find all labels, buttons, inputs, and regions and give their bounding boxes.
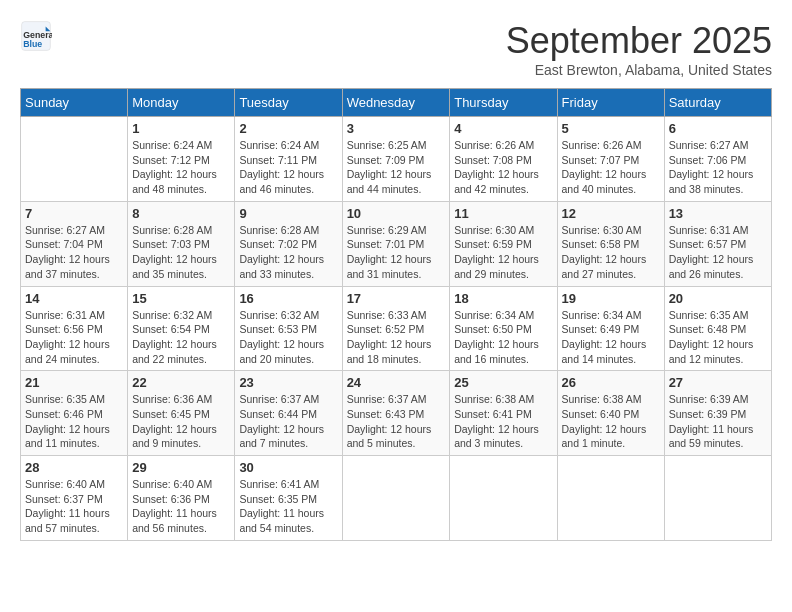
logo: General Blue xyxy=(20,20,52,52)
day-info: Sunrise: 6:38 AMSunset: 6:41 PMDaylight:… xyxy=(454,392,552,451)
week-row-4: 21 Sunrise: 6:35 AMSunset: 6:46 PMDaylig… xyxy=(21,371,772,456)
day-number: 26 xyxy=(562,375,660,390)
day-number: 11 xyxy=(454,206,552,221)
day-number: 20 xyxy=(669,291,767,306)
week-row-1: 1 Sunrise: 6:24 AMSunset: 7:12 PMDayligh… xyxy=(21,117,772,202)
calendar-table: Sunday Monday Tuesday Wednesday Thursday… xyxy=(20,88,772,541)
day-cell-2-6: 20 Sunrise: 6:35 AMSunset: 6:48 PMDaylig… xyxy=(664,286,771,371)
svg-text:Blue: Blue xyxy=(23,39,42,49)
col-tuesday: Tuesday xyxy=(235,89,342,117)
day-number: 5 xyxy=(562,121,660,136)
day-info: Sunrise: 6:32 AMSunset: 6:53 PMDaylight:… xyxy=(239,308,337,367)
day-number: 19 xyxy=(562,291,660,306)
day-number: 8 xyxy=(132,206,230,221)
day-info: Sunrise: 6:31 AMSunset: 6:56 PMDaylight:… xyxy=(25,308,123,367)
day-cell-0-0 xyxy=(21,117,128,202)
day-number: 27 xyxy=(669,375,767,390)
day-cell-2-3: 17 Sunrise: 6:33 AMSunset: 6:52 PMDaylig… xyxy=(342,286,450,371)
day-info: Sunrise: 6:30 AMSunset: 6:58 PMDaylight:… xyxy=(562,223,660,282)
day-number: 13 xyxy=(669,206,767,221)
col-monday: Monday xyxy=(128,89,235,117)
day-cell-4-5 xyxy=(557,456,664,541)
calendar-header-row: Sunday Monday Tuesday Wednesday Thursday… xyxy=(21,89,772,117)
day-cell-0-1: 1 Sunrise: 6:24 AMSunset: 7:12 PMDayligh… xyxy=(128,117,235,202)
col-friday: Friday xyxy=(557,89,664,117)
day-cell-0-4: 4 Sunrise: 6:26 AMSunset: 7:08 PMDayligh… xyxy=(450,117,557,202)
day-info: Sunrise: 6:35 AMSunset: 6:48 PMDaylight:… xyxy=(669,308,767,367)
day-info: Sunrise: 6:29 AMSunset: 7:01 PMDaylight:… xyxy=(347,223,446,282)
day-info: Sunrise: 6:24 AMSunset: 7:12 PMDaylight:… xyxy=(132,138,230,197)
day-cell-1-6: 13 Sunrise: 6:31 AMSunset: 6:57 PMDaylig… xyxy=(664,201,771,286)
day-number: 1 xyxy=(132,121,230,136)
day-cell-4-1: 29 Sunrise: 6:40 AMSunset: 6:36 PMDaylig… xyxy=(128,456,235,541)
day-info: Sunrise: 6:41 AMSunset: 6:35 PMDaylight:… xyxy=(239,477,337,536)
day-info: Sunrise: 6:38 AMSunset: 6:40 PMDaylight:… xyxy=(562,392,660,451)
week-row-5: 28 Sunrise: 6:40 AMSunset: 6:37 PMDaylig… xyxy=(21,456,772,541)
day-number: 24 xyxy=(347,375,446,390)
day-info: Sunrise: 6:40 AMSunset: 6:36 PMDaylight:… xyxy=(132,477,230,536)
page-header: General Blue September 2025 East Brewton… xyxy=(20,20,772,78)
logo-icon: General Blue xyxy=(20,20,52,52)
day-info: Sunrise: 6:25 AMSunset: 7:09 PMDaylight:… xyxy=(347,138,446,197)
day-info: Sunrise: 6:40 AMSunset: 6:37 PMDaylight:… xyxy=(25,477,123,536)
day-number: 18 xyxy=(454,291,552,306)
day-cell-2-5: 19 Sunrise: 6:34 AMSunset: 6:49 PMDaylig… xyxy=(557,286,664,371)
day-info: Sunrise: 6:36 AMSunset: 6:45 PMDaylight:… xyxy=(132,392,230,451)
day-cell-3-1: 22 Sunrise: 6:36 AMSunset: 6:45 PMDaylig… xyxy=(128,371,235,456)
day-number: 14 xyxy=(25,291,123,306)
day-number: 29 xyxy=(132,460,230,475)
day-cell-3-2: 23 Sunrise: 6:37 AMSunset: 6:44 PMDaylig… xyxy=(235,371,342,456)
title-block: September 2025 East Brewton, Alabama, Un… xyxy=(506,20,772,78)
day-number: 21 xyxy=(25,375,123,390)
day-info: Sunrise: 6:34 AMSunset: 6:50 PMDaylight:… xyxy=(454,308,552,367)
day-number: 7 xyxy=(25,206,123,221)
day-number: 3 xyxy=(347,121,446,136)
col-thursday: Thursday xyxy=(450,89,557,117)
day-info: Sunrise: 6:39 AMSunset: 6:39 PMDaylight:… xyxy=(669,392,767,451)
day-info: Sunrise: 6:35 AMSunset: 6:46 PMDaylight:… xyxy=(25,392,123,451)
day-info: Sunrise: 6:37 AMSunset: 6:44 PMDaylight:… xyxy=(239,392,337,451)
day-cell-1-3: 10 Sunrise: 6:29 AMSunset: 7:01 PMDaylig… xyxy=(342,201,450,286)
day-number: 2 xyxy=(239,121,337,136)
day-cell-1-5: 12 Sunrise: 6:30 AMSunset: 6:58 PMDaylig… xyxy=(557,201,664,286)
day-cell-4-0: 28 Sunrise: 6:40 AMSunset: 6:37 PMDaylig… xyxy=(21,456,128,541)
day-info: Sunrise: 6:26 AMSunset: 7:07 PMDaylight:… xyxy=(562,138,660,197)
day-number: 23 xyxy=(239,375,337,390)
day-info: Sunrise: 6:26 AMSunset: 7:08 PMDaylight:… xyxy=(454,138,552,197)
col-wednesday: Wednesday xyxy=(342,89,450,117)
day-cell-3-3: 24 Sunrise: 6:37 AMSunset: 6:43 PMDaylig… xyxy=(342,371,450,456)
day-info: Sunrise: 6:31 AMSunset: 6:57 PMDaylight:… xyxy=(669,223,767,282)
day-cell-2-2: 16 Sunrise: 6:32 AMSunset: 6:53 PMDaylig… xyxy=(235,286,342,371)
day-cell-0-3: 3 Sunrise: 6:25 AMSunset: 7:09 PMDayligh… xyxy=(342,117,450,202)
day-info: Sunrise: 6:24 AMSunset: 7:11 PMDaylight:… xyxy=(239,138,337,197)
day-number: 15 xyxy=(132,291,230,306)
day-cell-1-2: 9 Sunrise: 6:28 AMSunset: 7:02 PMDayligh… xyxy=(235,201,342,286)
week-row-2: 7 Sunrise: 6:27 AMSunset: 7:04 PMDayligh… xyxy=(21,201,772,286)
day-cell-1-0: 7 Sunrise: 6:27 AMSunset: 7:04 PMDayligh… xyxy=(21,201,128,286)
day-cell-4-2: 30 Sunrise: 6:41 AMSunset: 6:35 PMDaylig… xyxy=(235,456,342,541)
day-cell-1-4: 11 Sunrise: 6:30 AMSunset: 6:59 PMDaylig… xyxy=(450,201,557,286)
week-row-3: 14 Sunrise: 6:31 AMSunset: 6:56 PMDaylig… xyxy=(21,286,772,371)
day-number: 12 xyxy=(562,206,660,221)
month-title: September 2025 xyxy=(506,20,772,62)
day-cell-3-6: 27 Sunrise: 6:39 AMSunset: 6:39 PMDaylig… xyxy=(664,371,771,456)
day-cell-0-5: 5 Sunrise: 6:26 AMSunset: 7:07 PMDayligh… xyxy=(557,117,664,202)
day-cell-2-0: 14 Sunrise: 6:31 AMSunset: 6:56 PMDaylig… xyxy=(21,286,128,371)
day-info: Sunrise: 6:34 AMSunset: 6:49 PMDaylight:… xyxy=(562,308,660,367)
day-cell-1-1: 8 Sunrise: 6:28 AMSunset: 7:03 PMDayligh… xyxy=(128,201,235,286)
day-cell-4-4 xyxy=(450,456,557,541)
day-number: 28 xyxy=(25,460,123,475)
col-saturday: Saturday xyxy=(664,89,771,117)
day-number: 22 xyxy=(132,375,230,390)
day-number: 25 xyxy=(454,375,552,390)
day-cell-3-4: 25 Sunrise: 6:38 AMSunset: 6:41 PMDaylig… xyxy=(450,371,557,456)
day-number: 16 xyxy=(239,291,337,306)
day-number: 6 xyxy=(669,121,767,136)
day-info: Sunrise: 6:28 AMSunset: 7:03 PMDaylight:… xyxy=(132,223,230,282)
day-info: Sunrise: 6:27 AMSunset: 7:04 PMDaylight:… xyxy=(25,223,123,282)
day-number: 9 xyxy=(239,206,337,221)
day-number: 17 xyxy=(347,291,446,306)
day-info: Sunrise: 6:33 AMSunset: 6:52 PMDaylight:… xyxy=(347,308,446,367)
location: East Brewton, Alabama, United States xyxy=(506,62,772,78)
day-cell-2-4: 18 Sunrise: 6:34 AMSunset: 6:50 PMDaylig… xyxy=(450,286,557,371)
